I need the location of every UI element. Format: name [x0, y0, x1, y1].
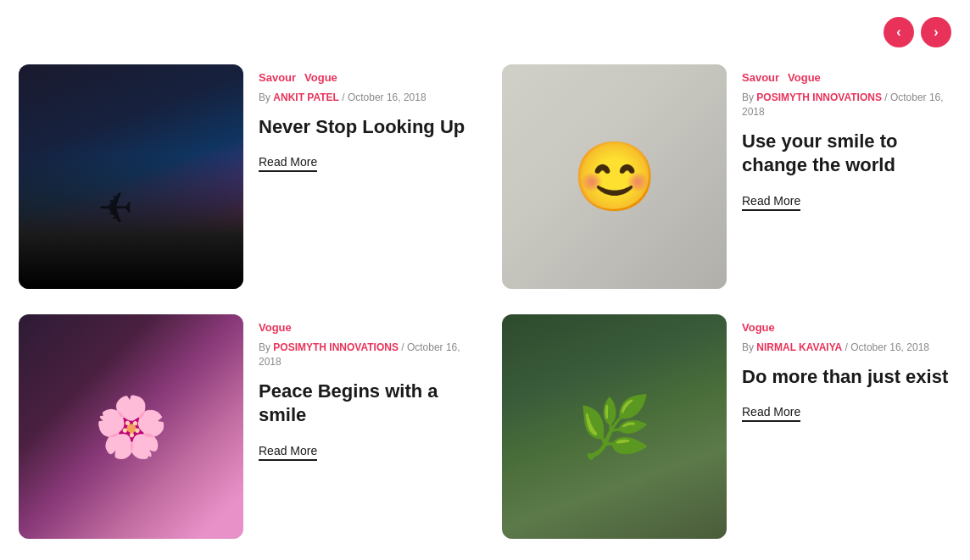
card-1: SavourVogueBy ANKIT PATEL / October 16, …	[19, 64, 468, 289]
card-image-3	[19, 314, 243, 539]
card-content-2: SavourVogueBy POSIMYTH INNOVATIONS / Oct…	[742, 64, 951, 211]
read-more-link-1[interactable]: Read More	[259, 155, 317, 172]
card-author-1: ANKIT PATEL	[273, 91, 339, 103]
card-tags-2: SavourVogue	[742, 71, 951, 84]
card-tags-4: Vogue	[742, 321, 951, 334]
card-3: VogueBy POSIMYTH INNOVATIONS / October 1…	[19, 314, 468, 539]
card-meta-2: By POSIMYTH INNOVATIONS / October 16, 20…	[742, 91, 951, 119]
card-meta-1: By ANKIT PATEL / October 16, 2018	[259, 91, 468, 105]
card-image-1	[19, 64, 243, 289]
read-more-link-3[interactable]: Read More	[259, 444, 317, 461]
card-author-3: POSIMYTH INNOVATIONS	[273, 341, 399, 353]
read-more-link-2[interactable]: Read More	[742, 194, 800, 211]
card-image-4	[502, 314, 727, 539]
card-author-2: POSIMYTH INNOVATIONS	[756, 91, 882, 103]
tag-vogue[interactable]: Vogue	[259, 321, 292, 334]
card-image-2	[502, 64, 727, 289]
card-title-4: Do more than just exist	[742, 365, 951, 390]
read-more-link-4[interactable]: Read More	[742, 405, 800, 422]
card-tags-1: SavourVogue	[259, 71, 468, 84]
tag-vogue[interactable]: Vogue	[742, 321, 775, 334]
card-meta-4: By NIRMAL KAVAIYA / October 16, 2018	[742, 341, 951, 355]
prev-button[interactable]: ‹	[884, 17, 914, 47]
tag-savour[interactable]: Savour	[259, 71, 296, 84]
card-title-3: Peace Begins with a smile	[259, 380, 468, 428]
cards-grid: SavourVogueBy ANKIT PATEL / October 16, …	[19, 64, 951, 539]
tag-savour[interactable]: Savour	[742, 71, 779, 84]
card-tags-3: Vogue	[259, 321, 468, 334]
tag-vogue[interactable]: Vogue	[788, 71, 821, 84]
tag-vogue[interactable]: Vogue	[304, 71, 337, 84]
card-content-1: SavourVogueBy ANKIT PATEL / October 16, …	[259, 64, 468, 172]
card-4: VogueBy NIRMAL KAVAIYA / October 16, 201…	[502, 314, 951, 539]
card-meta-3: By POSIMYTH INNOVATIONS / October 16, 20…	[259, 341, 468, 369]
card-content-4: VogueBy NIRMAL KAVAIYA / October 16, 201…	[742, 314, 951, 422]
card-title-1: Never Stop Looking Up	[259, 115, 468, 140]
page-wrapper: ‹ › SavourVogueBy ANKIT PATEL / October …	[19, 17, 951, 539]
next-button[interactable]: ›	[921, 17, 951, 47]
card-content-3: VogueBy POSIMYTH INNOVATIONS / October 1…	[259, 314, 468, 461]
card-title-2: Use your smile to change the world	[742, 130, 951, 178]
card-author-4: NIRMAL KAVAIYA	[756, 341, 842, 353]
nav-buttons: ‹ ›	[19, 17, 951, 47]
card-2: SavourVogueBy POSIMYTH INNOVATIONS / Oct…	[502, 64, 951, 289]
